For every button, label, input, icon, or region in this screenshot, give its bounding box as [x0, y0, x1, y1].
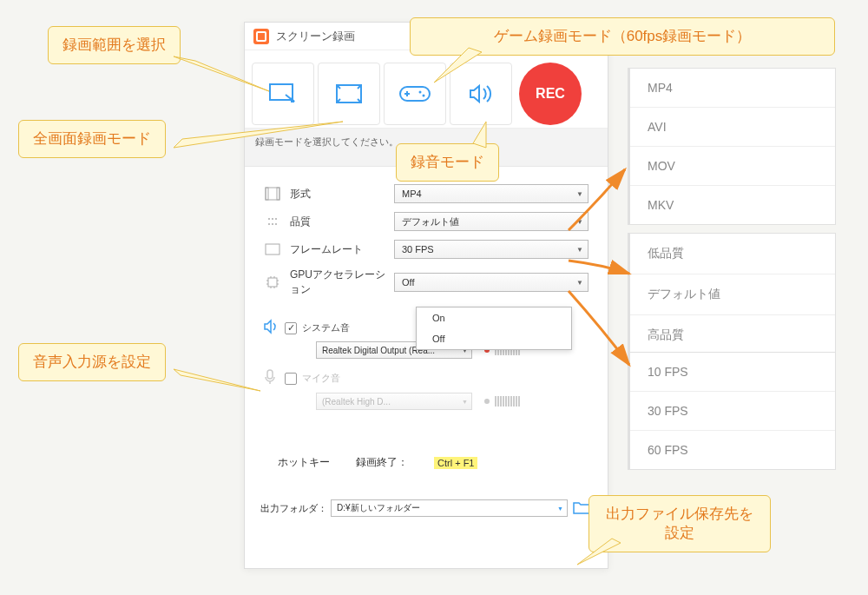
svg-rect-14: [268, 278, 277, 287]
svg-point-2: [419, 90, 422, 93]
framerate-select[interactable]: 30 FPS: [394, 240, 589, 259]
svg-rect-13: [266, 244, 279, 255]
gpu-dropdown-list: On Off: [416, 307, 572, 350]
gamepad-icon: [400, 84, 430, 103]
output-row: 出力フォルダ： D:¥新しいフォルダー: [245, 479, 608, 526]
callout-audio-src: 音声入力源を設定: [18, 343, 166, 381]
quality-option[interactable]: デフォルト値: [630, 274, 835, 315]
quality-options-panel: 低品質 デフォルト値 高品質: [628, 233, 836, 356]
svg-rect-6: [277, 188, 279, 200]
quality-icon: [264, 215, 281, 228]
record-label: REC: [536, 86, 565, 102]
quality-label: 品質: [290, 215, 394, 229]
svg-point-8: [272, 218, 273, 220]
gpu-select[interactable]: Off: [394, 273, 589, 292]
gpu-icon: [264, 275, 281, 289]
svg-point-11: [272, 223, 273, 225]
app-window: スクリーン録画: [244, 22, 608, 569]
mode-bar: REC: [245, 50, 608, 129]
mic-level-bars: [495, 396, 520, 407]
mic-icon: [264, 369, 285, 387]
gpu-option-on[interactable]: On: [417, 307, 571, 328]
hotkey-stop-label: 録画終了：: [356, 455, 434, 470]
region-icon: [268, 83, 298, 105]
callout-output: 出力ファイル保存先を設定: [589, 495, 771, 552]
svg-rect-15: [267, 370, 273, 379]
framerate-label: フレームレート: [290, 242, 394, 257]
svg-rect-5: [266, 188, 268, 200]
fps-options-panel: 10 FPS 30 FPS 60 FPS: [628, 352, 836, 470]
svg-point-10: [268, 223, 270, 225]
window-title: スクリーン録画: [276, 29, 355, 44]
callout-region: 録画範囲を選択: [48, 26, 181, 64]
output-path-field[interactable]: D:¥新しいフォルダー: [331, 499, 568, 517]
svg-point-3: [423, 94, 425, 96]
format-label: 形式: [290, 187, 394, 202]
system-speaker-icon: [264, 320, 285, 336]
hotkey-row: ホットキー 録画終了： Ctrl + F1: [245, 429, 608, 479]
mode-audio-button[interactable]: [450, 63, 512, 125]
mic-audio-label: マイク音: [302, 372, 340, 385]
mic-device-select[interactable]: (Realtek High D...: [316, 393, 472, 410]
quality-option[interactable]: 高品質: [630, 315, 835, 355]
speaker-icon: [469, 83, 493, 104]
mode-fullscreen-button[interactable]: [318, 63, 380, 125]
gpu-option-off[interactable]: Off: [417, 328, 571, 349]
system-audio-label: システム音: [302, 321, 350, 334]
format-select[interactable]: MP4: [394, 184, 589, 203]
svg-point-9: [275, 218, 277, 220]
app-icon: [253, 29, 269, 44]
fullscreen-icon: [336, 84, 362, 103]
svg-point-7: [268, 218, 270, 220]
format-options-panel: MP4 AVI MOV MKV: [628, 68, 836, 225]
video-settings: 形式 MP4 品質 デフォルト値 フレームレート 30 FPS GPUアクセラレ…: [245, 167, 608, 314]
quality-option[interactable]: 低品質: [630, 234, 835, 274]
framerate-icon: [264, 242, 281, 256]
system-audio-checkbox[interactable]: [285, 322, 297, 334]
mode-region-button[interactable]: [252, 63, 314, 125]
fps-option[interactable]: 30 FPS: [630, 392, 835, 431]
mode-game-button[interactable]: [384, 63, 446, 125]
record-button[interactable]: REC: [519, 63, 582, 125]
svg-rect-4: [266, 188, 279, 200]
callout-fullscreen: 全画面録画モード: [18, 120, 166, 158]
format-option[interactable]: MOV: [630, 147, 835, 186]
format-option[interactable]: MP4: [630, 69, 835, 108]
hotkey-label: ホットキー: [278, 455, 356, 470]
mic-level-indicator: [484, 399, 490, 404]
callout-game: ゲーム録画モード（60fps録画モード）: [410, 17, 835, 56]
quality-select[interactable]: デフォルト値: [394, 212, 589, 231]
format-option[interactable]: MKV: [630, 186, 835, 224]
hotkey-value[interactable]: Ctrl + F1: [434, 457, 477, 469]
format-option[interactable]: AVI: [630, 108, 835, 147]
callout-audio-mode: 録音モード: [396, 143, 499, 182]
output-label: 出力フォルダ：: [260, 502, 327, 515]
fps-option[interactable]: 60 FPS: [630, 431, 835, 469]
fps-option[interactable]: 10 FPS: [630, 353, 835, 392]
gpu-label: GPUアクセラレーション: [290, 268, 394, 297]
format-icon: [264, 187, 281, 201]
svg-point-12: [275, 223, 277, 225]
mic-audio-checkbox[interactable]: [285, 373, 297, 385]
